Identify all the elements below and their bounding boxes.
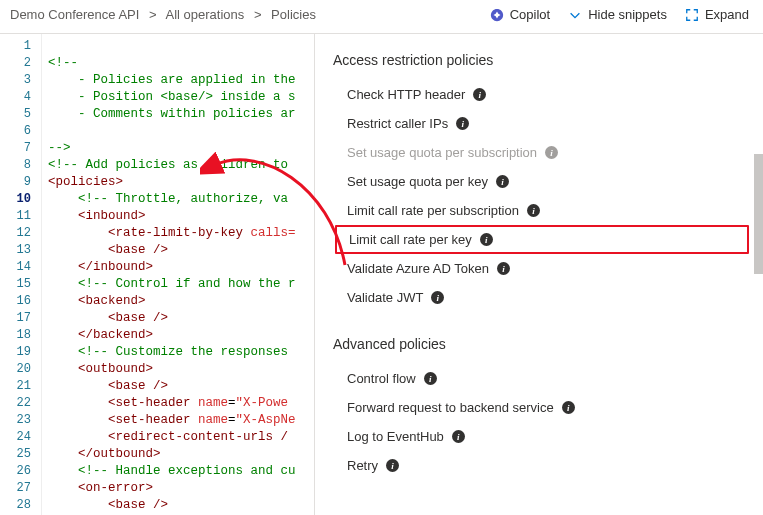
scrollbar[interactable] (754, 34, 763, 515)
breadcrumb: Demo Conference API > All operations > P… (10, 7, 316, 22)
policy-rate-limit-subscription[interactable]: Limit call rate per subscription i (333, 196, 749, 225)
info-icon[interactable]: i (431, 291, 444, 304)
breadcrumb-policies: Policies (271, 7, 316, 22)
info-icon[interactable]: i (480, 233, 493, 246)
policy-quota-key[interactable]: Set usage quota per key i (333, 167, 749, 196)
info-icon[interactable]: i (527, 204, 540, 217)
info-icon[interactable]: i (452, 430, 465, 443)
info-icon: i (545, 146, 558, 159)
expand-icon (685, 8, 699, 22)
copilot-icon (490, 8, 504, 22)
code-content[interactable]: <!-- - Policies are applied in the - Pos… (48, 34, 314, 515)
section-advanced-title: Advanced policies (333, 336, 749, 352)
policy-restrict-caller-ips[interactable]: Restrict caller IPs i (333, 109, 749, 138)
scrollbar-thumb[interactable] (754, 154, 763, 274)
info-icon[interactable]: i (473, 88, 486, 101)
breadcrumb-operations[interactable]: All operations (165, 7, 244, 22)
section-access-title: Access restriction policies (333, 52, 749, 68)
chevron-down-icon (568, 8, 582, 22)
info-icon[interactable]: i (562, 401, 575, 414)
policy-retry[interactable]: Retry i (333, 451, 749, 480)
info-icon[interactable]: i (424, 372, 437, 385)
policy-check-http-header[interactable]: Check HTTP header i (333, 80, 749, 109)
expand-button[interactable]: Expand (685, 7, 749, 22)
info-icon[interactable]: i (386, 459, 399, 472)
info-icon[interactable]: i (456, 117, 469, 130)
code-editor[interactable]: 1234567891011121314151617181920212223242… (0, 34, 315, 515)
policy-log-eventhub[interactable]: Log to EventHub i (333, 422, 749, 451)
policy-validate-aad[interactable]: Validate Azure AD Token i (333, 254, 749, 283)
breadcrumb-sep: > (254, 7, 262, 22)
policy-rate-limit-key[interactable]: Limit call rate per key i (335, 225, 749, 254)
snippets-panel: Access restriction policies Check HTTP h… (315, 34, 763, 515)
breadcrumb-api[interactable]: Demo Conference API (10, 7, 139, 22)
hide-snippets-button[interactable]: Hide snippets (568, 7, 667, 22)
policy-quota-subscription: Set usage quota per subscription i (333, 138, 749, 167)
policy-validate-jwt[interactable]: Validate JWT i (333, 283, 749, 312)
policy-control-flow[interactable]: Control flow i (333, 364, 749, 393)
info-icon[interactable]: i (496, 175, 509, 188)
policy-forward-request[interactable]: Forward request to backend service i (333, 393, 749, 422)
line-gutter: 1234567891011121314151617181920212223242… (0, 34, 42, 515)
copilot-button[interactable]: Copilot (490, 7, 550, 22)
info-icon[interactable]: i (497, 262, 510, 275)
breadcrumb-sep: > (149, 7, 157, 22)
